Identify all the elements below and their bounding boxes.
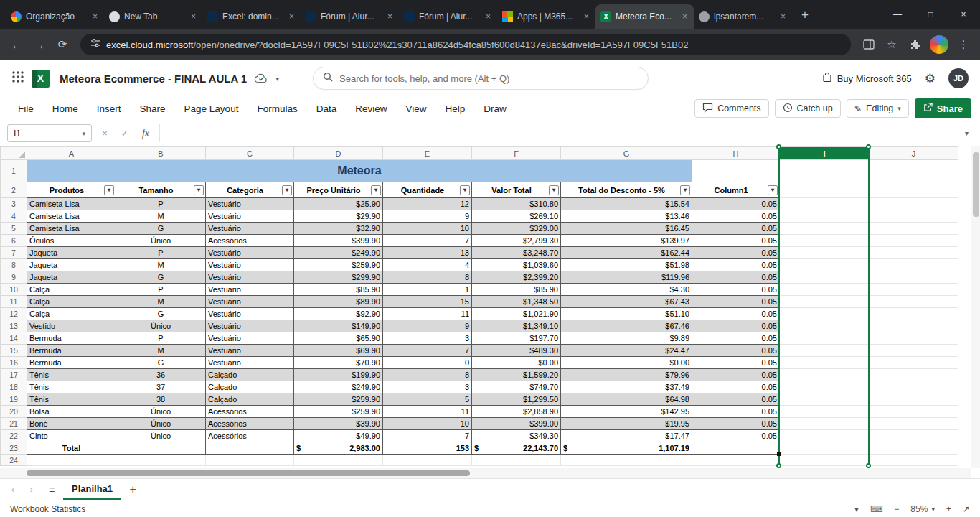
row-header-4[interactable]: 4: [1, 210, 27, 223]
cell[interactable]: $70.90: [294, 357, 383, 369]
cell[interactable]: [561, 455, 692, 466]
cell[interactable]: [870, 369, 958, 381]
cell[interactable]: 0.05: [692, 381, 780, 393]
column-header-A[interactable]: A: [27, 147, 116, 160]
cell[interactable]: $249.90: [294, 247, 383, 259]
cell[interactable]: [116, 455, 206, 466]
tab-close-icon[interactable]: ×: [484, 11, 492, 22]
workbook-statistics-button[interactable]: Workbook Statistics: [10, 504, 85, 514]
cell[interactable]: Jaqueta: [27, 247, 116, 259]
back-icon[interactable]: ←: [6, 34, 27, 55]
total-cell[interactable]: [116, 442, 206, 455]
cell[interactable]: 3: [383, 381, 472, 393]
cell[interactable]: [870, 320, 958, 332]
tab-close-icon[interactable]: ×: [189, 11, 197, 22]
cancel-icon[interactable]: ×: [98, 128, 112, 139]
cell[interactable]: Vestuário: [206, 247, 294, 259]
cell[interactable]: 4: [383, 259, 472, 271]
cell[interactable]: 7: [383, 430, 472, 442]
total-cell[interactable]: $22,143.70: [472, 442, 561, 455]
horizontal-scrollbar-thumb[interactable]: [27, 470, 470, 476]
cell[interactable]: 0.05: [692, 418, 780, 430]
cell[interactable]: Acessórios: [206, 418, 294, 430]
cell[interactable]: Único: [116, 235, 206, 247]
cell[interactable]: 9: [383, 320, 472, 332]
cell[interactable]: [27, 455, 116, 466]
cell[interactable]: $51.10: [561, 308, 692, 320]
row-header-3[interactable]: 3: [1, 198, 27, 210]
cell[interactable]: [780, 369, 870, 381]
sheet-list-icon[interactable]: ≡: [42, 484, 62, 495]
table-column-header[interactable]: Total do Desconto - 5%▾: [561, 182, 692, 198]
cell[interactable]: $199.90: [294, 369, 383, 381]
maximize-button[interactable]: □: [914, 0, 947, 29]
cell[interactable]: $249.90: [294, 381, 383, 393]
cell[interactable]: $9.89: [561, 332, 692, 345]
cell[interactable]: [780, 259, 870, 271]
column-header-J[interactable]: J: [870, 147, 958, 160]
comments-button[interactable]: Comments: [694, 99, 768, 118]
cell[interactable]: Tênis: [27, 381, 116, 393]
cell[interactable]: [206, 455, 294, 466]
cell[interactable]: 15: [383, 296, 472, 308]
cell[interactable]: [870, 308, 958, 320]
cell[interactable]: Bolsa: [27, 406, 116, 418]
row-header-17[interactable]: 17: [1, 369, 27, 381]
cell[interactable]: 9: [383, 210, 472, 223]
cell[interactable]: [780, 357, 870, 369]
cell[interactable]: $349.30: [472, 430, 561, 442]
cell[interactable]: [383, 455, 472, 466]
row-header-12[interactable]: 12: [1, 308, 27, 320]
cell[interactable]: $1,039.60: [472, 259, 561, 271]
tab-close-icon[interactable]: ×: [681, 11, 689, 22]
reload-icon[interactable]: ⟳: [52, 34, 73, 55]
zoom-out-icon[interactable]: −: [894, 504, 899, 514]
cell[interactable]: $142.95: [561, 406, 692, 418]
cell[interactable]: Vestuário: [206, 332, 294, 345]
cell[interactable]: Boné: [27, 418, 116, 430]
cell[interactable]: 0.05: [692, 345, 780, 357]
cell[interactable]: Calçado: [206, 381, 294, 393]
cell[interactable]: [692, 455, 780, 466]
cell[interactable]: $399.00: [472, 418, 561, 430]
spreadsheet-grid[interactable]: ABCDEFGHIJ1Meteora2Produtos▾Tamanho▾Cate…: [0, 146, 971, 468]
table-column-header[interactable]: Preço Unitário▾: [294, 182, 383, 198]
cell[interactable]: [294, 455, 383, 466]
table-column-header[interactable]: Valor Total▾: [472, 182, 561, 198]
next-sheet-icon[interactable]: ›: [23, 484, 40, 495]
cell[interactable]: Acessórios: [206, 406, 294, 418]
tab-close-icon[interactable]: ×: [583, 11, 590, 22]
cell[interactable]: 0.05: [692, 296, 780, 308]
extensions-puzzle-icon[interactable]: [904, 34, 925, 55]
cell[interactable]: $85.90: [294, 284, 383, 296]
cell[interactable]: $92.90: [294, 308, 383, 320]
cell[interactable]: $259.90: [294, 406, 383, 418]
side-panel-icon[interactable]: [858, 34, 880, 55]
cell[interactable]: 0.05: [692, 271, 780, 284]
horizontal-scrollbar[interactable]: [0, 468, 971, 478]
cell[interactable]: 8: [383, 369, 472, 381]
vertical-scrollbar-thumb[interactable]: [973, 152, 979, 217]
cell[interactable]: 0.05: [692, 259, 780, 271]
cell[interactable]: Vestuário: [206, 357, 294, 369]
bookmark-star-icon[interactable]: ☆: [881, 34, 903, 55]
menu-insert[interactable]: Insert: [88, 103, 131, 114]
zoom-in-icon[interactable]: +: [946, 504, 951, 514]
cell[interactable]: $25.90: [294, 198, 383, 210]
cell[interactable]: G: [116, 357, 206, 369]
row-header-15[interactable]: 15: [1, 345, 27, 357]
cell[interactable]: [780, 320, 870, 332]
cell[interactable]: Bermuda: [27, 332, 116, 345]
cell[interactable]: [870, 160, 958, 182]
cell[interactable]: $17.47: [561, 430, 692, 442]
cell[interactable]: Vestuário: [206, 296, 294, 308]
row-header-2[interactable]: 2: [1, 182, 27, 198]
filter-button[interactable]: ▾: [282, 185, 292, 195]
cell[interactable]: G: [116, 271, 206, 284]
search-input[interactable]: Search for tools, help, and more (Alt + …: [313, 67, 649, 90]
cell[interactable]: $2,858.90: [472, 406, 561, 418]
row-header-21[interactable]: 21: [1, 418, 27, 430]
cell[interactable]: 11: [383, 308, 472, 320]
browser-menu-icon[interactable]: ⋮: [953, 34, 974, 55]
browser-profile-avatar[interactable]: [930, 35, 948, 54]
